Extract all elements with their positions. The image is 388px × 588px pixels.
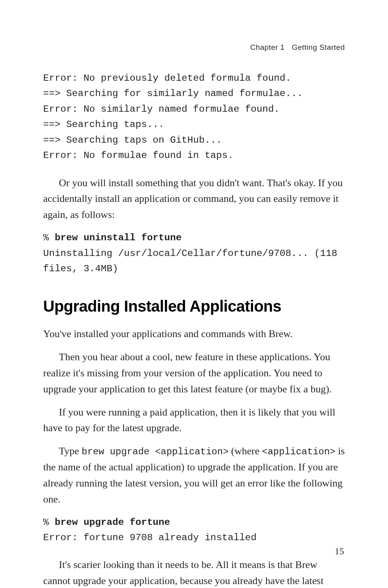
command: brew uninstall fortune xyxy=(55,232,181,243)
code-line: Error: No formulae found in taps. xyxy=(43,150,233,161)
prompt: % xyxy=(43,232,55,243)
page-container: Chapter 1Getting Started Error: No previ… xyxy=(0,0,388,588)
section-heading: Upgrading Installed Applications xyxy=(43,298,345,315)
paragraph: Or you will install something that you d… xyxy=(43,175,345,223)
prompt: % xyxy=(43,517,55,528)
output: Uninstalling /usr/local/Cellar/fortune/9… xyxy=(43,248,343,274)
paragraph: Then you hear about a cool, new feature … xyxy=(43,349,345,397)
code-block-search-error: Error: No previously deleted formula fou… xyxy=(43,71,345,163)
code-block-uninstall: % brew uninstall fortune Uninstalling /u… xyxy=(43,230,345,276)
code-line: Error: No previously deleted formula fou… xyxy=(43,73,291,83)
inline-code: <application> xyxy=(262,446,335,457)
code-block-upgrade: % brew upgrade fortune Error: fortune 97… xyxy=(43,515,345,546)
header-title: Getting Started xyxy=(292,43,345,51)
paragraph: It's scarier looking than it needs to be… xyxy=(43,557,345,588)
code-line: Error: No similarly named formulae found… xyxy=(43,104,280,114)
code-line: ==> Searching taps... xyxy=(43,119,164,130)
paragraph: You've installed your applications and c… xyxy=(43,326,345,342)
running-header: Chapter 1Getting Started xyxy=(43,43,345,52)
paragraph: If you were running a paid application, … xyxy=(43,405,345,437)
code-line: ==> Searching for similarly named formul… xyxy=(43,88,303,99)
command: brew upgrade fortune xyxy=(55,517,170,528)
output: Error: fortune 9708 already installed xyxy=(43,532,257,543)
code-line: ==> Searching taps on GitHub... xyxy=(43,135,222,145)
header-chapter: Chapter 1 xyxy=(250,43,285,51)
page-number: 15 xyxy=(335,546,344,557)
text: (where xyxy=(229,445,262,457)
paragraph: Type brew upgrade <application> (where <… xyxy=(43,443,345,507)
inline-code: brew upgrade <application> xyxy=(82,446,228,457)
text: Type xyxy=(59,445,82,457)
